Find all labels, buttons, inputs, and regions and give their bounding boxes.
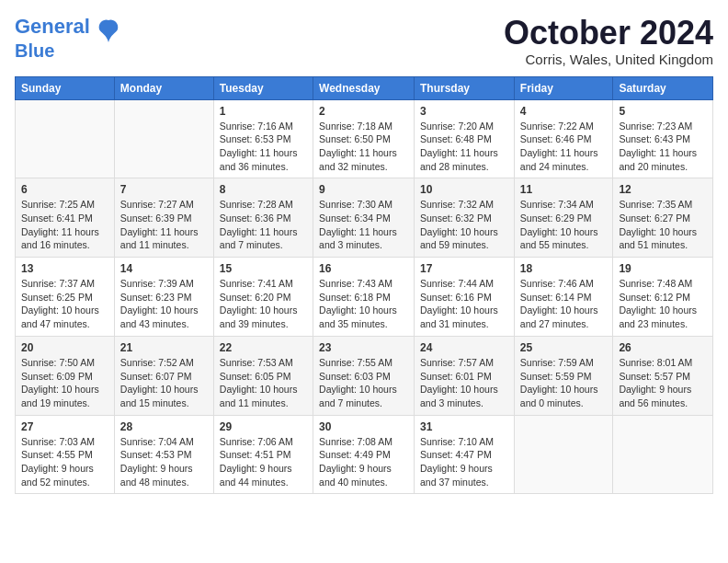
day-number: 21 xyxy=(120,341,208,354)
day-info: Sunrise: 7:55 AM Sunset: 6:03 PM Dayligh… xyxy=(319,356,408,410)
day-number: 15 xyxy=(220,262,307,275)
day-info: Sunrise: 7:52 AM Sunset: 6:07 PM Dayligh… xyxy=(120,356,208,410)
calendar-cell: 24Sunrise: 7:57 AM Sunset: 6:01 PM Dayli… xyxy=(415,336,515,415)
calendar-cell: 25Sunrise: 7:59 AM Sunset: 5:59 PM Dayli… xyxy=(514,336,613,415)
calendar-cell: 12Sunrise: 7:35 AM Sunset: 6:27 PM Dayli… xyxy=(613,178,713,258)
day-number: 8 xyxy=(220,183,307,196)
calendar-cell: 21Sunrise: 7:52 AM Sunset: 6:07 PM Dayli… xyxy=(114,336,213,415)
calendar-header-row: SundayMondayTuesdayWednesdayThursdayFrid… xyxy=(16,76,713,99)
day-info: Sunrise: 7:46 AM Sunset: 6:14 PM Dayligh… xyxy=(520,277,608,331)
header-friday: Friday xyxy=(514,76,613,99)
calendar-cell: 10Sunrise: 7:32 AM Sunset: 6:32 PM Dayli… xyxy=(415,178,515,258)
calendar-cell: 26Sunrise: 8:01 AM Sunset: 5:57 PM Dayli… xyxy=(613,336,713,415)
calendar-week-row: 20Sunrise: 7:50 AM Sunset: 6:09 PM Dayli… xyxy=(16,336,713,415)
day-info: Sunrise: 7:37 AM Sunset: 6:25 PM Dayligh… xyxy=(21,277,108,331)
calendar-week-row: 27Sunrise: 7:03 AM Sunset: 4:55 PM Dayli… xyxy=(16,415,713,494)
calendar-cell: 9Sunrise: 7:30 AM Sunset: 6:34 PM Daylig… xyxy=(313,178,415,258)
day-info: Sunrise: 7:23 AM Sunset: 6:43 PM Dayligh… xyxy=(619,120,707,174)
day-number: 28 xyxy=(120,420,208,433)
calendar-cell: 13Sunrise: 7:37 AM Sunset: 6:25 PM Dayli… xyxy=(16,258,115,337)
day-info: Sunrise: 7:34 AM Sunset: 6:29 PM Dayligh… xyxy=(520,198,608,252)
calendar-cell: 19Sunrise: 7:48 AM Sunset: 6:12 PM Dayli… xyxy=(613,258,713,337)
day-number: 10 xyxy=(420,183,508,196)
calendar-cell: 3Sunrise: 7:20 AM Sunset: 6:48 PM Daylig… xyxy=(415,99,515,178)
day-number: 22 xyxy=(220,341,307,354)
day-number: 11 xyxy=(520,183,608,196)
header-saturday: Saturday xyxy=(613,76,713,99)
day-number: 1 xyxy=(220,105,307,118)
logo-blue: Blue xyxy=(15,40,54,61)
day-number: 12 xyxy=(619,183,707,196)
day-number: 31 xyxy=(420,420,508,433)
month-title: October 2024 xyxy=(504,15,713,52)
day-number: 29 xyxy=(220,420,307,433)
calendar-table: SundayMondayTuesdayWednesdayThursdayFrid… xyxy=(15,76,713,495)
day-number: 24 xyxy=(420,341,508,354)
day-info: Sunrise: 7:08 AM Sunset: 4:49 PM Dayligh… xyxy=(319,435,408,489)
calendar-week-row: 13Sunrise: 7:37 AM Sunset: 6:25 PM Dayli… xyxy=(16,258,713,337)
day-number: 20 xyxy=(21,341,108,354)
day-info: Sunrise: 7:30 AM Sunset: 6:34 PM Dayligh… xyxy=(319,198,408,252)
day-info: Sunrise: 7:43 AM Sunset: 6:18 PM Dayligh… xyxy=(319,277,408,331)
calendar-cell: 27Sunrise: 7:03 AM Sunset: 4:55 PM Dayli… xyxy=(16,415,115,494)
calendar-cell: 15Sunrise: 7:41 AM Sunset: 6:20 PM Dayli… xyxy=(213,258,313,337)
calendar-cell: 8Sunrise: 7:28 AM Sunset: 6:36 PM Daylig… xyxy=(213,178,313,258)
calendar-cell xyxy=(114,99,213,178)
calendar-cell: 4Sunrise: 7:22 AM Sunset: 6:46 PM Daylig… xyxy=(514,99,613,178)
day-number: 30 xyxy=(319,420,408,433)
day-number: 2 xyxy=(319,105,408,118)
day-info: Sunrise: 7:10 AM Sunset: 4:47 PM Dayligh… xyxy=(420,435,508,489)
logo: General Blue xyxy=(15,15,123,63)
day-info: Sunrise: 7:44 AM Sunset: 6:16 PM Dayligh… xyxy=(420,277,508,331)
calendar-cell: 18Sunrise: 7:46 AM Sunset: 6:14 PM Dayli… xyxy=(514,258,613,337)
calendar-cell: 6Sunrise: 7:25 AM Sunset: 6:41 PM Daylig… xyxy=(16,178,115,258)
header-thursday: Thursday xyxy=(415,76,515,99)
calendar-cell xyxy=(613,415,713,494)
calendar-cell: 7Sunrise: 7:27 AM Sunset: 6:39 PM Daylig… xyxy=(114,178,213,258)
day-info: Sunrise: 7:06 AM Sunset: 4:51 PM Dayligh… xyxy=(220,435,307,489)
day-info: Sunrise: 7:16 AM Sunset: 6:53 PM Dayligh… xyxy=(220,120,307,174)
day-info: Sunrise: 7:04 AM Sunset: 4:53 PM Dayligh… xyxy=(120,435,208,489)
calendar-cell: 20Sunrise: 7:50 AM Sunset: 6:09 PM Dayli… xyxy=(16,336,115,415)
calendar-cell: 30Sunrise: 7:08 AM Sunset: 4:49 PM Dayli… xyxy=(313,415,415,494)
calendar-cell: 1Sunrise: 7:16 AM Sunset: 6:53 PM Daylig… xyxy=(213,99,313,178)
title-block: October 2024 Corris, Wales, United Kingd… xyxy=(504,15,713,67)
page-header: General Blue October 2024 Corris, Wales,… xyxy=(15,15,713,67)
day-info: Sunrise: 7:32 AM Sunset: 6:32 PM Dayligh… xyxy=(420,198,508,252)
calendar-cell: 31Sunrise: 7:10 AM Sunset: 4:47 PM Dayli… xyxy=(415,415,515,494)
day-info: Sunrise: 7:57 AM Sunset: 6:01 PM Dayligh… xyxy=(420,356,508,410)
day-number: 5 xyxy=(619,105,707,118)
day-info: Sunrise: 7:25 AM Sunset: 6:41 PM Dayligh… xyxy=(21,198,108,252)
day-info: Sunrise: 7:59 AM Sunset: 5:59 PM Dayligh… xyxy=(520,356,608,410)
day-number: 17 xyxy=(420,262,508,275)
day-number: 25 xyxy=(520,341,608,354)
header-tuesday: Tuesday xyxy=(213,76,313,99)
day-info: Sunrise: 8:01 AM Sunset: 5:57 PM Dayligh… xyxy=(619,356,707,410)
calendar-cell: 16Sunrise: 7:43 AM Sunset: 6:18 PM Dayli… xyxy=(313,258,415,337)
day-info: Sunrise: 7:27 AM Sunset: 6:39 PM Dayligh… xyxy=(120,198,208,252)
location: Corris, Wales, United Kingdom xyxy=(504,52,713,67)
header-monday: Monday xyxy=(114,76,213,99)
day-number: 9 xyxy=(319,183,408,196)
calendar-cell: 23Sunrise: 7:55 AM Sunset: 6:03 PM Dayli… xyxy=(313,336,415,415)
day-number: 4 xyxy=(520,105,608,118)
day-info: Sunrise: 7:03 AM Sunset: 4:55 PM Dayligh… xyxy=(21,435,108,489)
day-number: 14 xyxy=(120,262,208,275)
logo-general: General xyxy=(15,15,90,38)
day-info: Sunrise: 7:18 AM Sunset: 6:50 PM Dayligh… xyxy=(319,120,408,174)
day-number: 13 xyxy=(21,262,108,275)
calendar-cell: 2Sunrise: 7:18 AM Sunset: 6:50 PM Daylig… xyxy=(313,99,415,178)
day-number: 18 xyxy=(520,262,608,275)
header-sunday: Sunday xyxy=(16,76,115,99)
day-info: Sunrise: 7:48 AM Sunset: 6:12 PM Dayligh… xyxy=(619,277,707,331)
calendar-cell xyxy=(514,415,613,494)
day-number: 6 xyxy=(21,183,108,196)
day-info: Sunrise: 7:28 AM Sunset: 6:36 PM Dayligh… xyxy=(220,198,307,252)
calendar-cell: 28Sunrise: 7:04 AM Sunset: 4:53 PM Dayli… xyxy=(114,415,213,494)
calendar-cell: 11Sunrise: 7:34 AM Sunset: 6:29 PM Dayli… xyxy=(514,178,613,258)
day-info: Sunrise: 7:39 AM Sunset: 6:23 PM Dayligh… xyxy=(120,277,208,331)
day-number: 16 xyxy=(319,262,408,275)
day-info: Sunrise: 7:35 AM Sunset: 6:27 PM Dayligh… xyxy=(619,198,707,252)
calendar-cell: 14Sunrise: 7:39 AM Sunset: 6:23 PM Dayli… xyxy=(114,258,213,337)
header-wednesday: Wednesday xyxy=(313,76,415,99)
